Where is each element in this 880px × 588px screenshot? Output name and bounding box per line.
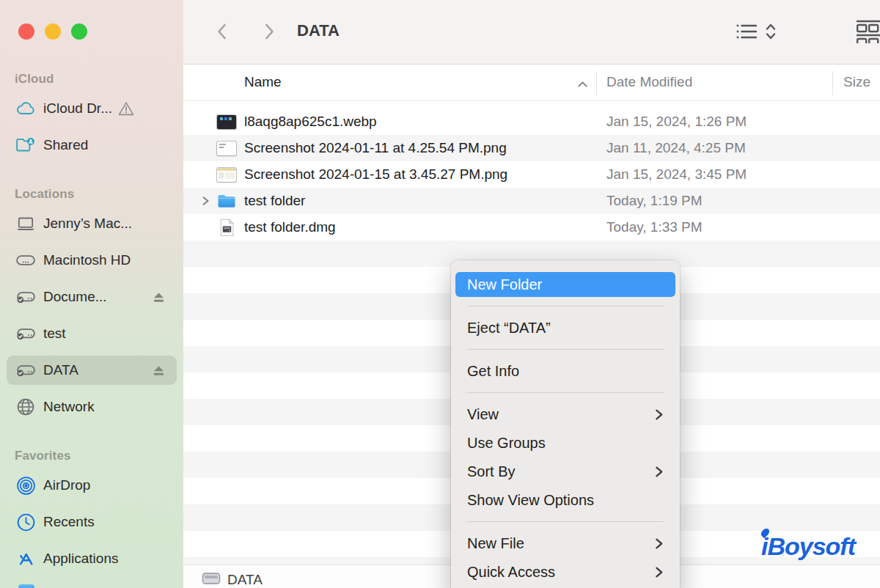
external-drive-icon	[15, 361, 36, 380]
warning-icon	[118, 101, 134, 116]
sidebar-item-network[interactable]: Network	[7, 392, 177, 422]
sidebar-item-recents[interactable]: Recents	[7, 507, 177, 537]
column-header-date-modified[interactable]: Date Modified	[606, 74, 692, 90]
file-name: test folder	[244, 193, 305, 209]
sidebar-item-data[interactable]: DATA	[7, 356, 177, 385]
sidebar-item-label: iCloud Dr...	[43, 100, 112, 117]
group-button[interactable]	[857, 19, 880, 45]
file-name: Screenshot 2024-01-11 at 4.25.54 PM.png	[244, 140, 507, 156]
file-name: test folder.dmg	[244, 219, 336, 235]
sidebar-item-applications[interactable]: Applications	[7, 544, 177, 573]
menu-item-label: Quick Access	[467, 564, 555, 581]
airdrop-icon	[15, 476, 36, 495]
table-row[interactable]: test folderToday, 1:19 PM	[183, 188, 880, 214]
folder-icon	[217, 191, 236, 210]
menu-item-use-groups[interactable]: Use Groups	[455, 430, 675, 455]
column-headers: Name Date Modified Size	[183, 65, 880, 101]
sidebar-item-airdrop[interactable]: AirDrop	[7, 471, 177, 500]
path-bar-volume[interactable]: DATA	[202, 572, 263, 588]
menu-separator	[467, 349, 664, 350]
menu-separator	[467, 521, 664, 522]
file-date-modified: Jan 11, 2024, 4:25 PM	[606, 140, 746, 156]
recents-clock-icon	[15, 512, 36, 532]
sidebar-item-label: DATA	[43, 362, 78, 378]
shared-folder-icon	[15, 136, 36, 155]
eject-button[interactable]	[152, 291, 166, 304]
sidebar-item-icloud-dr[interactable]: iCloud Dr...	[7, 94, 177, 123]
menu-item-label: Eject “DATA”	[467, 320, 551, 337]
sidebar-section-label-icloud: iCloud	[0, 70, 183, 88]
sidebar-item-docume[interactable]: Docume...	[7, 282, 177, 312]
watermark-text: iBoysoft	[761, 532, 855, 560]
table-row[interactable]: test folder.dmgToday, 1:33 PM	[183, 214, 880, 240]
drive-icon	[202, 572, 221, 588]
sidebar-item-test[interactable]: test	[7, 319, 177, 348]
screenshot-light-icon	[217, 139, 236, 158]
group-grid-icon	[857, 20, 880, 45]
external-drive-icon	[15, 287, 36, 306]
menu-item-quick-access[interactable]: Quick Access	[455, 559, 675, 584]
file-date-modified: Today, 1:33 PM	[606, 219, 703, 235]
column-header-size[interactable]: Size	[843, 74, 870, 90]
context-menu: New FolderEject “DATA”Get InfoViewUse Gr…	[451, 260, 680, 588]
table-row[interactable]: l8aqg8ap625c1.webpJan 15, 2024, 1:26 PM	[183, 109, 880, 135]
sidebar-item-jenny-s-mac[interactable]: Jenny’s Mac...	[7, 209, 177, 238]
sidebar-item-label: Docume...	[43, 289, 107, 305]
dmg-icon	[217, 218, 236, 237]
menu-item-label: New Folder	[467, 276, 542, 293]
file-date-modified: Jan 15, 2024, 3:45 PM	[606, 166, 747, 183]
applications-icon	[15, 549, 36, 568]
sidebar-section-label-locations: Locations	[0, 185, 183, 203]
menu-item-label: Sort By	[467, 463, 516, 480]
menu-item-label: New File	[467, 535, 524, 552]
menu-item-label: View	[467, 406, 499, 423]
menu-item-new-folder[interactable]: New Folder	[455, 272, 675, 297]
submenu-chevron-icon	[654, 537, 664, 551]
menu-item-eject-data[interactable]: Eject “DATA”	[455, 315, 675, 340]
column-divider	[596, 71, 597, 95]
internal-drive-icon	[15, 251, 36, 270]
menu-separator	[467, 392, 664, 393]
sidebar-item-label: Applications	[43, 551, 118, 567]
iboysoft-watermark: iBoysoft	[761, 532, 855, 561]
sidebar-partial-item-icon	[18, 584, 34, 588]
table-row[interactable]: Screenshot 2024-01-15 at 3.45.27 PM.pngJ…	[183, 161, 880, 188]
submenu-chevron-icon	[654, 465, 664, 479]
eject-button[interactable]	[152, 364, 166, 377]
sidebar-item-label: Recents	[43, 514, 95, 530]
submenu-chevron-icon	[654, 408, 664, 422]
submenu-chevron-icon	[654, 565, 664, 579]
window-title: DATA	[297, 21, 340, 40]
sidebar-item-label: AirDrop	[43, 477, 90, 493]
column-header-name[interactable]: Name	[244, 74, 282, 90]
sidebar-item-macintosh-hd[interactable]: Macintosh HD	[7, 246, 177, 275]
sidebar-section-label-favorites: Favorites	[0, 447, 183, 465]
sidebar-item-label: Jenny’s Mac...	[43, 216, 132, 232]
external-drive-icon	[15, 324, 36, 343]
laptop-icon	[15, 214, 36, 233]
menu-item-new-file[interactable]: New File	[455, 531, 675, 556]
disclosure-right-icon[interactable]	[201, 195, 211, 207]
sidebar-item-label: Shared	[43, 137, 88, 153]
chevron-left-icon	[214, 20, 230, 45]
cloud-icon	[15, 99, 36, 118]
menu-item-show-view-options[interactable]: Show View Options	[455, 488, 675, 512]
back-button[interactable]	[211, 19, 233, 45]
screenshot-beige-icon	[217, 165, 236, 184]
menu-item-label: Use Groups	[467, 435, 546, 452]
chevron-right-icon	[261, 20, 277, 45]
column-divider	[832, 71, 833, 95]
sidebar-item-label: Macintosh HD	[43, 252, 131, 268]
path-bar-volume-label: DATA	[227, 572, 263, 588]
menu-item-sort-by[interactable]: Sort By	[455, 459, 675, 484]
menu-item-view[interactable]: View	[455, 402, 675, 427]
sidebar-item-label: Network	[43, 399, 95, 415]
webp-image-icon	[217, 112, 236, 131]
view-mode-button[interactable]	[735, 19, 777, 45]
forward-button[interactable]	[258, 19, 280, 45]
toolbar: DATA	[183, 0, 880, 65]
sidebar-item-shared[interactable]: Shared	[7, 131, 177, 160]
file-date-modified: Today, 1:19 PM	[606, 193, 703, 209]
table-row[interactable]: Screenshot 2024-01-11 at 4.25.54 PM.pngJ…	[183, 135, 880, 161]
menu-item-get-info[interactable]: Get Info	[455, 359, 675, 383]
